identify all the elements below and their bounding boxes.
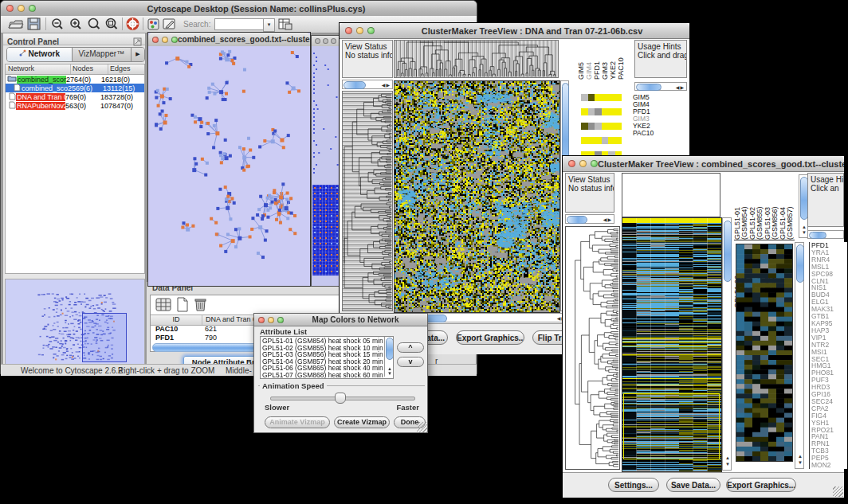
minimize-icon[interactable] — [268, 317, 274, 323]
minimize-icon[interactable] — [323, 38, 328, 44]
search-label: Search: — [183, 20, 210, 29]
dialog-titlebar[interactable]: Map Colors to Network — [254, 314, 427, 326]
minimize-icon[interactable] — [162, 37, 168, 43]
minimize-icon[interactable] — [579, 160, 587, 167]
col-header-edges[interactable]: Edges — [108, 64, 144, 74]
tv2-usage-scrollbar[interactable] — [807, 230, 844, 239]
search-dropdown-button[interactable]: ▾ — [263, 18, 275, 32]
status-welcome: Welcome to Cytoscape 2.6.2 — [21, 366, 123, 375]
mini-heatmap-cell — [581, 123, 588, 130]
network-name: RNAPuberNov2+ — [16, 102, 65, 110]
tv1-heatmap-canvas[interactable] — [394, 80, 560, 313]
new-document-icon[interactable] — [176, 297, 190, 315]
network-tree-row[interactable]: combined_sco2569(6)13112(15) — [6, 84, 144, 92]
gene-label: PAC10 — [633, 130, 665, 137]
zoom-window-icon[interactable] — [171, 37, 178, 43]
edge-count: 13112(15) — [103, 84, 144, 92]
network-window-titlebar[interactable]: combined_scores_good.txt--cluste... — [148, 33, 310, 47]
move-down-button[interactable]: v — [397, 357, 424, 367]
close-icon[interactable] — [315, 38, 320, 44]
experiment-label: GPL51-04 (GSM857) — [779, 173, 794, 240]
column-label: GIM5 — [578, 40, 585, 80]
tv2-heatmap-canvas[interactable] — [622, 217, 722, 472]
settings-button[interactable]: Settings... — [608, 478, 659, 492]
col-header-network[interactable]: Network — [6, 64, 71, 74]
window-controls[interactable] — [6, 5, 36, 12]
usage-hints-text: Click an — [811, 184, 841, 193]
tv1-usage-scrollbar[interactable]: ◀▶ — [634, 82, 687, 91]
toolbar-separator — [45, 18, 46, 30]
zoom-window-icon[interactable] — [277, 317, 284, 323]
zoom-in-icon[interactable] — [69, 18, 86, 32]
tv2-detail-heatmap-canvas[interactable] — [736, 244, 793, 462]
zoom-window-icon[interactable] — [29, 5, 36, 12]
network-canvas[interactable] — [148, 46, 310, 286]
datapanel-col-id[interactable]: ID — [151, 315, 202, 325]
export-graphics-button[interactable]: Export Graphics... — [726, 478, 796, 492]
trash-icon[interactable] — [194, 297, 207, 315]
tv2-row-dendrogram[interactable] — [565, 226, 620, 470]
mini-heatmap-cell — [615, 94, 622, 101]
network-tree-row[interactable]: combined_scores2764(0)16218(0) — [6, 75, 144, 84]
map-colors-dialog: Map Colors to Network Attribute List GPL… — [253, 313, 428, 433]
tv1-mini-heatmap[interactable] — [581, 94, 622, 137]
table-icon[interactable] — [155, 297, 172, 315]
zoom-out-icon[interactable] — [50, 18, 68, 32]
treeview2-titlebar[interactable]: ClusterMaker TreeView : combined_scores_… — [563, 156, 844, 172]
attribute-list-scrollbar[interactable]: ▲▼ — [384, 337, 393, 377]
minimize-icon[interactable] — [18, 5, 25, 12]
tab-overflow-arrow[interactable]: ▶ — [132, 48, 144, 61]
tv2-heatmap-vscrollbar[interactable]: ▲▼ — [722, 217, 732, 471]
help-lifebuoy-icon[interactable] — [126, 18, 143, 32]
export-graphics-button[interactable]: Export Graphics... — [456, 330, 524, 345]
tv1-row-dendrogram[interactable] — [342, 91, 393, 311]
resize-grip[interactable] — [417, 422, 427, 432]
mini-heatmap-cell — [615, 123, 622, 130]
minimize-icon[interactable] — [356, 27, 363, 34]
save-session-icon[interactable] — [27, 18, 45, 32]
network-tree-row[interactable]: RNAPuberNov2+563(0)107847(0) — [6, 101, 144, 110]
tab-network[interactable]: Network — [7, 48, 73, 61]
close-icon[interactable] — [568, 160, 575, 167]
experiment-label: GPL51-02 (GSM855) — [749, 173, 764, 240]
mini-heatmap-cell — [615, 137, 622, 144]
move-up-button[interactable]: ^ — [397, 342, 424, 353]
treeview2-title: ClusterMaker TreeView : combined_scores_… — [598, 159, 844, 169]
usage-hints-text: Click and drag tc — [638, 51, 684, 60]
tv1-column-dendrogram[interactable] — [394, 40, 559, 78]
desktop-titlebar[interactable]: Cytoscape Desktop (Session Name: collins… — [1, 1, 477, 17]
annotation-icon[interactable] — [163, 18, 180, 32]
tv2-rowlabel-scrollbar[interactable]: ▲▼ — [795, 242, 804, 469]
close-icon[interactable] — [152, 37, 159, 43]
close-icon[interactable] — [6, 5, 14, 12]
col-header-nodes[interactable]: Nodes — [71, 64, 108, 74]
mini-heatmap-cell — [588, 123, 595, 130]
animation-speed-slider-thumb[interactable] — [335, 393, 346, 404]
birdseye-panel[interactable] — [5, 279, 145, 368]
close-icon[interactable] — [258, 317, 265, 323]
network-tree-row[interactable]: DNA and Tran 07769(0)183728(0) — [6, 92, 144, 101]
zoom-window-icon[interactable] — [367, 27, 375, 34]
cell-id: PFD1 — [151, 334, 202, 342]
resize-grip[interactable] — [833, 486, 843, 497]
tv2-column-dendrogram[interactable] — [622, 173, 720, 217]
tv2-status-scrollbar[interactable]: ◀▶ — [565, 214, 614, 224]
attribute-table-icon[interactable] — [278, 18, 296, 32]
search-input[interactable] — [214, 18, 264, 30]
folder-icon — [6, 75, 17, 84]
tv1-status-scrollbar[interactable]: ◀▶ — [342, 80, 393, 89]
zoom-fit-icon[interactable] — [87, 18, 104, 32]
animate-vizmap-button[interactable]: Animate Vizmap — [265, 416, 330, 428]
zoom-window-icon[interactable] — [591, 160, 598, 167]
attribute-listbox[interactable]: GPL51-01 (GSM854) heat shock 05 minGPL51… — [260, 336, 394, 379]
birdseye-canvas[interactable] — [6, 279, 144, 367]
save-data-button[interactable]: Save Data... — [666, 478, 720, 492]
tab-vizmapper[interactable]: VizMapper™ — [73, 48, 132, 61]
close-icon[interactable] — [345, 27, 352, 34]
zoom-selected-icon[interactable] — [104, 18, 122, 32]
open-session-icon[interactable] — [7, 18, 25, 32]
treeview1-titlebar[interactable]: ClusterMaker TreeView : DNA and Tran 07-… — [340, 23, 689, 39]
create-vizmap-button[interactable]: Create Vizmap — [334, 416, 390, 428]
network-name: DNA and Tran 07 — [16, 93, 65, 101]
zoom-window-icon[interactable] — [331, 38, 336, 44]
